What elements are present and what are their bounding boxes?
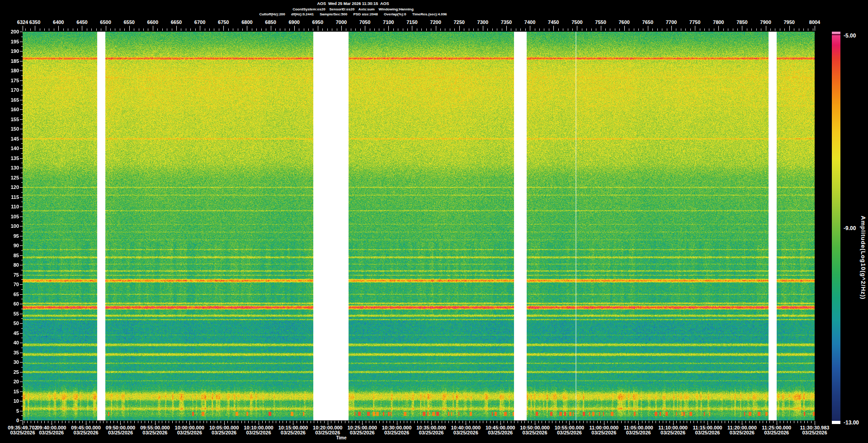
top-axis-minor-tick: [242, 28, 243, 31]
time-axis-minor-tick: [245, 421, 245, 423]
time-axis-tick-date: 03/25/2026: [523, 430, 547, 435]
freq-axis-major-tick: [20, 265, 23, 265]
top-axis-minor-tick: [374, 28, 375, 31]
top-axis-tick-label: 7900: [760, 19, 771, 25]
time-axis-minor-tick: [235, 421, 235, 423]
top-axis-minor-tick: [190, 28, 191, 31]
top-axis-major-tick: [459, 26, 460, 31]
top-axis-tick-label: 7600: [618, 19, 629, 25]
freq-axis-major-tick: [20, 382, 23, 382]
time-axis-minor-tick: [583, 421, 584, 423]
time-axis-minor-tick: [159, 421, 159, 423]
freq-axis-minor-tick: [21, 260, 23, 260]
top-axis-minor-tick: [794, 28, 794, 31]
top-axis-minor-tick: [54, 28, 54, 31]
time-axis-minor-tick: [283, 421, 283, 423]
freq-axis-minor-tick: [21, 328, 23, 329]
freq-axis-major-tick: [20, 294, 23, 295]
top-axis-minor-tick: [591, 28, 592, 31]
time-axis-minor-tick: [518, 421, 518, 423]
freq-axis-tick-label: 185: [0, 58, 19, 64]
time-axis-minor-tick: [183, 421, 183, 423]
top-axis-major-tick: [106, 26, 106, 31]
freq-axis-major-tick: [20, 372, 23, 372]
freq-axis-tick-label: 200: [0, 29, 19, 34]
time-axis-minor-tick: [96, 421, 97, 423]
time-axis-minor-tick: [169, 421, 169, 423]
top-axis-minor-tick: [134, 28, 134, 31]
top-axis-minor-tick: [780, 28, 780, 31]
top-axis-minor-tick: [327, 28, 328, 31]
time-axis-minor-tick: [141, 421, 142, 423]
top-axis-tick-label: 6350: [29, 19, 40, 25]
top-axis-minor-tick: [233, 28, 233, 31]
time-axis-minor-tick: [297, 421, 297, 423]
time-axis-tick-date: 03/25/2026: [557, 430, 582, 435]
time-axis-minor-tick: [448, 421, 449, 423]
freq-axis-minor-tick: [21, 386, 23, 387]
time-axis-minor-tick: [58, 421, 59, 423]
time-axis-tick-date: 03/25/2026: [419, 430, 443, 435]
time-axis-minor-tick: [131, 421, 131, 423]
time-axis-minor-tick: [476, 421, 476, 423]
freq-axis-minor-tick: [21, 212, 23, 212]
freq-axis-major-tick: [20, 275, 23, 275]
time-axis-minor-tick: [769, 421, 770, 423]
freq-axis-major-tick: [20, 304, 23, 304]
freq-axis-major-tick: [20, 411, 23, 411]
freq-axis-major-tick: [20, 362, 23, 363]
time-axis-minor-tick: [742, 421, 742, 423]
freq-axis-minor-tick: [21, 279, 23, 280]
freq-axis-tick-label: 145: [0, 136, 19, 141]
spectrogram-canvas: [23, 32, 815, 420]
top-axis-tick-label: 6850: [265, 19, 276, 25]
top-axis-tick-label: 7250: [453, 19, 464, 25]
freq-axis-tick-label: 60: [0, 301, 19, 306]
time-axis-minor-tick: [307, 421, 307, 423]
time-axis-minor-tick: [462, 421, 463, 423]
time-axis-minor-tick: [259, 421, 259, 423]
top-axis-minor-tick: [313, 28, 313, 31]
time-axis-minor-tick: [410, 421, 411, 423]
top-axis-minor-tick: [299, 28, 299, 31]
top-axis-minor-tick: [619, 28, 620, 31]
top-axis-tick-label: 7000: [336, 19, 347, 25]
top-axis-minor-tick: [563, 28, 563, 31]
top-axis-minor-tick: [492, 28, 493, 31]
freq-axis-major-tick: [20, 129, 23, 129]
top-axis-major-tick: [318, 26, 318, 31]
freq-axis-minor-tick: [21, 406, 23, 406]
time-axis-minor-tick: [676, 421, 677, 423]
freq-axis-minor-tick: [21, 250, 23, 251]
top-axis-minor-tick: [473, 28, 474, 31]
top-axis-minor-tick: [803, 28, 804, 31]
top-axis-tick-label: 7550: [595, 19, 606, 25]
top-axis-minor-tick: [289, 28, 290, 31]
top-axis-major-tick: [294, 26, 295, 31]
top-axis-tick-label: 7750: [689, 19, 700, 25]
time-axis-minor-tick: [273, 421, 273, 423]
top-axis-tick-label: 6800: [241, 19, 252, 25]
time-axis-minor-tick: [531, 421, 532, 423]
time-axis-minor-tick: [317, 421, 318, 423]
time-axis-minor-tick: [221, 421, 221, 423]
top-axis-minor-tick: [228, 28, 229, 31]
time-axis-minor-tick: [390, 421, 390, 423]
time-axis-minor-tick: [811, 421, 811, 423]
freq-axis-major-tick: [20, 207, 23, 207]
top-axis-minor-tick: [337, 28, 337, 31]
time-axis-minor-tick: [417, 421, 418, 423]
top-axis-minor-tick: [261, 28, 262, 31]
time-axis-minor-tick: [797, 421, 798, 423]
freq-axis-major-tick: [20, 109, 23, 110]
top-axis-minor-tick: [808, 28, 808, 31]
top-axis-minor-tick: [355, 28, 356, 31]
time-axis-minor-tick: [714, 421, 715, 423]
time-axis-minor-tick: [227, 421, 228, 423]
time-axis-minor-tick: [545, 421, 546, 423]
time-axis-minor-tick: [335, 421, 335, 423]
freq-axis-minor-tick: [21, 134, 23, 134]
time-axis-minor-tick: [34, 421, 35, 423]
top-axis-minor-tick: [700, 28, 700, 31]
time-axis-minor-tick: [562, 421, 563, 423]
